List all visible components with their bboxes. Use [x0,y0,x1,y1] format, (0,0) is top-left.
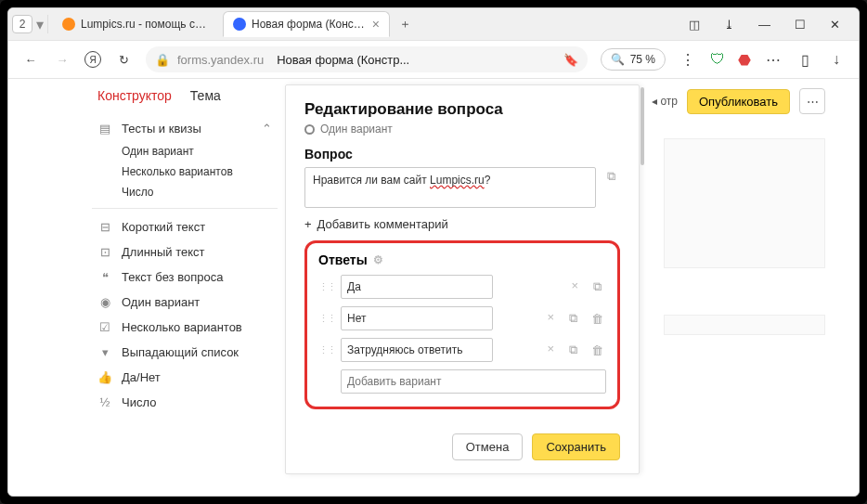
sidebar-item-text-no-question[interactable]: ❝Текст без вопроса [92,265,278,290]
titlebar: 2 ▾ Lumpics.ru - помощь с ком Новая форм… [8,8,859,40]
sidebar-item-long-text[interactable]: ⊡Длинный текст [92,239,278,265]
page-title-inline: Новая форма (Констр... [277,53,409,67]
sidebar-group-tests[interactable]: ▤ Тесты и квизы ⌃ [92,116,278,141]
add-answer-input[interactable] [341,369,606,394]
zoom-icon: 🔍 [611,53,625,66]
question-type-label: Один вариант [304,123,620,136]
answer-row: ⋮⋮ × ⧉ [318,275,606,299]
radio-icon [304,124,315,135]
copy-question-icon[interactable]: ⧉ [602,167,620,186]
sidebar-item-number[interactable]: ½Число [92,390,278,415]
more-actions-button[interactable]: ⋯ [799,88,825,114]
drag-handle-icon[interactable]: ⋮⋮ [318,281,335,293]
clear-icon[interactable]: × [571,278,578,292]
drag-handle-icon[interactable]: ⋮⋮ [318,313,335,325]
close-window-button[interactable]: ✕ [830,18,840,32]
canvas-placeholder [664,138,825,268]
drag-handle-icon[interactable]: ⋮⋮ [318,344,335,356]
sidebar-item-dropdown[interactable]: ▾Выпадающий список [92,340,278,365]
preview-fragment[interactable]: ◂ отр [652,95,678,108]
bookmarks-icon[interactable]: ◫ [689,18,700,32]
yandex-home-icon[interactable]: Я [84,51,101,68]
delete-answer-icon[interactable]: 🗑 [588,309,606,328]
browser-tab-form[interactable]: Новая форма (Констру × [223,11,390,37]
favicon-form-icon [233,18,246,31]
tests-icon: ▤ [97,122,112,136]
address-bar: ← → Я ↻ 🔒 forms.yandex.ru Новая форма (К… [8,40,859,79]
forward-button[interactable]: → [53,53,71,67]
question-text-input[interactable]: Нравится ли вам сайт Lumpics.ru? [304,167,596,208]
short-text-icon: ⊟ [97,220,112,234]
save-button[interactable]: Сохранить [532,433,620,460]
lock-icon: 🔒 [155,53,170,67]
canvas-placeholder-small [664,315,825,335]
answers-label: Ответы [318,252,368,267]
zoom-indicator[interactable]: 🔍 75 % [601,48,666,71]
bookmark-icon[interactable]: 🔖 [563,53,578,67]
sidebar-item-one-option[interactable]: ◉Один вариант [92,290,278,315]
answer-input-2[interactable] [341,306,493,330]
answer-input-3[interactable] [341,338,493,362]
question-editor-panel: Редактирование вопроса Один вариант Вопр… [285,84,640,474]
tab-title: Новая форма (Констру [252,18,367,31]
publish-button[interactable]: Опубликовать [687,89,790,114]
question-section-label: Вопрос [304,147,620,162]
close-tab-icon[interactable]: × [372,17,380,32]
chevron-up-icon: ⌃ [262,122,272,136]
panel-title: Редактирование вопроса [304,100,620,119]
url-host: forms.yandex.ru [177,53,264,67]
copy-answer-icon[interactable]: ⧉ [563,309,582,328]
clear-icon[interactable]: × [547,342,554,355]
panel-scrollbar[interactable] [639,85,646,473]
cancel-button[interactable]: Отмена [452,433,524,460]
toolbar-more-icon[interactable]: ⋮ [679,51,697,69]
menu-icon[interactable]: ⋯ [764,51,783,69]
thumb-icon: 👍 [97,370,112,384]
answer-row: ⋮⋮ × ⧉ 🗑 [318,306,606,330]
reader-icon[interactable]: ▯ [796,51,814,69]
back-button[interactable]: ← [21,53,40,67]
sidebar-sub-one-option[interactable]: Один вариант [92,141,278,162]
checkbox-icon: ☑ [97,320,112,334]
tab-count[interactable]: 2 [12,15,32,33]
add-answer-row: ⋮⋮ [318,369,606,394]
tab-theme[interactable]: Тема [190,88,221,103]
chevron-down-icon[interactable]: ▾ [36,16,44,33]
download-icon[interactable]: ↓ [827,51,846,68]
shield-safe-icon[interactable]: 🛡 [710,51,725,68]
new-tab-button[interactable]: ＋ [394,13,416,35]
plus-icon: + [304,217,312,231]
delete-answer-icon[interactable]: 🗑 [588,341,606,359]
copy-answer-icon[interactable]: ⧉ [563,341,582,359]
answers-section: Ответы ⚙ ⋮⋮ × ⧉ [304,240,620,409]
answer-input-1[interactable] [341,275,493,299]
left-sidebar: Конструктор Тема ▤ Тесты и квизы ⌃ Один … [92,79,278,496]
browser-tab-lumpics[interactable]: Lumpics.ru - помощь с ком [52,11,219,37]
tab-title: Lumpics.ru - помощь с ком [81,18,209,31]
answers-settings-icon[interactable]: ⚙ [373,253,383,266]
long-text-icon: ⊡ [97,245,112,259]
favicon-lumpics-icon [62,18,75,31]
downloads-icon[interactable]: ⤓ [724,18,734,32]
adblock-icon[interactable]: ⬣ [738,51,751,69]
omnibox[interactable]: 🔒 forms.yandex.ru Новая форма (Констр...… [146,46,588,72]
sidebar-sub-number[interactable]: Число [92,182,278,202]
sidebar-item-short-text[interactable]: ⊟Короткий текст [92,214,278,239]
reload-button[interactable]: ↻ [114,53,133,67]
sidebar-item-many-options[interactable]: ☑Несколько вариантов [92,315,278,340]
radio-icon: ◉ [97,295,112,309]
quote-icon: ❝ [97,270,112,284]
tab-constructor[interactable]: Конструктор [97,88,172,103]
answer-row: ⋮⋮ × ⧉ 🗑 [318,338,606,362]
number-icon: ½ [97,395,112,409]
maximize-button[interactable]: ☐ [795,18,806,32]
sidebar-sub-many-options[interactable]: Несколько вариантов [92,162,278,182]
clear-icon[interactable]: × [547,310,554,324]
copy-answer-icon[interactable]: ⧉ [588,278,606,296]
minimize-button[interactable]: — [758,18,770,32]
add-comment-button[interactable]: + Добавить комментарий [304,217,620,231]
zoom-value: 75 % [630,53,655,66]
sidebar-item-yes-no[interactable]: 👍Да/Нет [92,365,278,390]
dropdown-icon: ▾ [97,345,112,359]
